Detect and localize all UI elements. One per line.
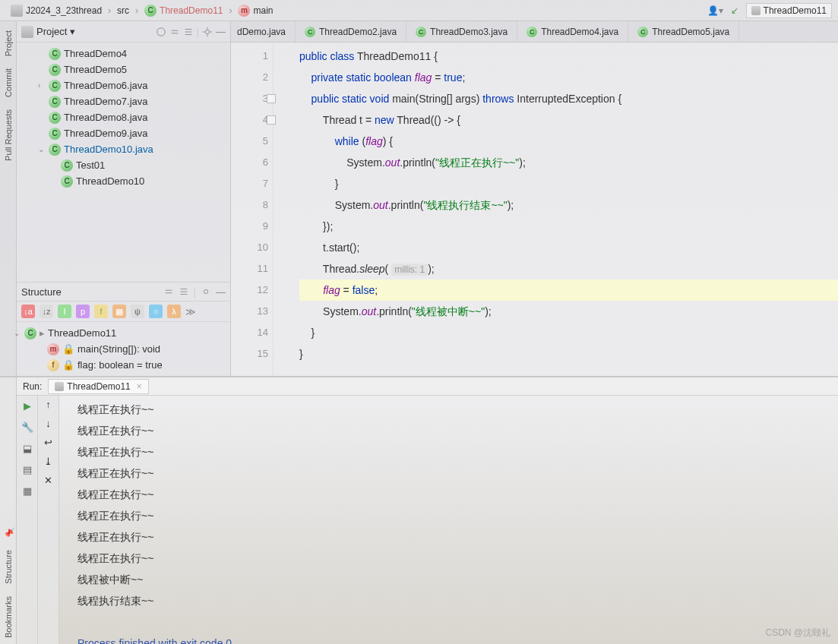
- run-toolbar-left: ▶ 🔧 ⬓ ▤ ▦: [17, 377, 38, 644]
- rerun-icon[interactable]: ▶: [21, 399, 34, 412]
- build-icon[interactable]: ↙: [731, 5, 738, 16]
- editor-code[interactable]: public class ThreadDemo11 { private stat…: [274, 43, 838, 376]
- gear-icon[interactable]: [202, 27, 213, 37]
- collapse-all-icon[interactable]: [183, 27, 194, 37]
- down-icon[interactable]: ↓: [46, 418, 51, 429]
- project-tab[interactable]: Project: [4, 30, 13, 56]
- editor-gutter[interactable]: 123456789101112131415: [231, 43, 274, 376]
- run-tab[interactable]: ThreadDemo11×: [48, 379, 148, 394]
- editor-tab[interactable]: CThreadDemo3.java: [406, 21, 517, 42]
- divider: |: [197, 26, 199, 37]
- editor-tab[interactable]: CThreadDemo4.java: [517, 21, 628, 42]
- user-icon[interactable]: 👤▾: [707, 5, 723, 16]
- tree-item[interactable]: CThreadDemo4: [17, 46, 230, 62]
- hide-icon[interactable]: —: [216, 26, 226, 37]
- tree-item[interactable]: CThreadDemo7.java: [17, 93, 230, 109]
- project-tree[interactable]: CThreadDemo4CThreadDemo5›CThreadDemo6.ja…: [17, 43, 230, 282]
- show-properties-icon[interactable]: p: [76, 305, 90, 318]
- tree-item[interactable]: CThreadDemo5: [17, 62, 230, 77]
- editor-tab[interactable]: CThreadDemo2.java: [296, 21, 406, 42]
- gear-icon[interactable]: [201, 286, 211, 297]
- commit-tab[interactable]: Commit: [4, 68, 13, 97]
- svg-point-1: [205, 30, 209, 33]
- editor-tab[interactable]: CThreadDemo5.java: [628, 21, 739, 42]
- clear-icon[interactable]: ✕: [44, 475, 52, 486]
- show-anon-icon[interactable]: ψ: [131, 305, 144, 318]
- crumb-project[interactable]: J2024_3_23thread: [6, 3, 106, 18]
- svg-point-2: [204, 289, 207, 293]
- run-label: Run:: [23, 381, 42, 392]
- autoscroll-icon[interactable]: λ: [167, 305, 181, 318]
- hide-icon[interactable]: —: [216, 286, 226, 298]
- show-inherited-icon[interactable]: ▦: [112, 305, 126, 318]
- structure-tree[interactable]: ⌄C▸ThreadDemo11 m🔒main(String[]): void f…: [17, 322, 230, 376]
- sort-icon[interactable]: ↓a: [21, 305, 35, 318]
- expand-icon[interactable]: [163, 286, 174, 297]
- divider: |: [194, 286, 196, 298]
- breadcrumb-bar: J2024_3_23thread src CThreadDemo11 mmain…: [0, 0, 838, 21]
- tree-item[interactable]: ⌄CThreadDemo10.java: [17, 141, 230, 157]
- left-toolwindow-tabs: Project Commit Pull Requests: [0, 21, 17, 376]
- pull-requests-tab[interactable]: Pull Requests: [4, 109, 13, 161]
- structure-root[interactable]: ⌄C▸ThreadDemo11: [17, 325, 230, 341]
- crumb-class[interactable]: CThreadDemo11: [140, 3, 227, 18]
- structure-member[interactable]: m🔒main(String[]): void: [17, 341, 230, 357]
- more-icon[interactable]: ≫: [185, 306, 196, 317]
- pin-icon[interactable]: 📌: [4, 528, 14, 538]
- structure-tab[interactable]: Structure: [4, 550, 13, 584]
- scroll-end-icon[interactable]: ⤓: [44, 456, 52, 467]
- filter-icon[interactable]: ↓z: [40, 305, 53, 318]
- bookmarks-tab[interactable]: Bookmarks: [4, 596, 13, 638]
- svg-point-0: [157, 27, 165, 36]
- watermark: CSDN @沈颐礼: [765, 627, 830, 639]
- tree-item[interactable]: CThreadDemo10: [17, 173, 230, 189]
- project-panel-header: Project ▾ | —: [17, 21, 230, 43]
- expand-all-icon[interactable]: [169, 27, 180, 37]
- tree-item[interactable]: CThreadDemo8.java: [17, 109, 230, 125]
- tree-item[interactable]: CTest01: [17, 157, 230, 173]
- editor-tab[interactable]: dDemo.java: [231, 21, 296, 42]
- soft-wrap-icon[interactable]: ↩: [44, 437, 52, 448]
- crumb-src[interactable]: src: [112, 4, 134, 17]
- up-icon[interactable]: ↑: [46, 399, 51, 410]
- wrench-icon[interactable]: 🔧: [21, 420, 34, 434]
- console-output[interactable]: 线程正在执行~~线程正在执行~~线程正在执行~~线程正在执行~~线程正在执行~~…: [59, 377, 838, 644]
- collapse-icon[interactable]: [179, 286, 189, 297]
- crumb-method[interactable]: mmain: [233, 3, 277, 18]
- structure-member[interactable]: f🔒flag: boolean = true: [17, 357, 230, 373]
- print-icon[interactable]: ▦: [21, 484, 34, 497]
- structure-toolbar: ↓a ↓z I p f ▦ ψ ○ λ ≫: [17, 301, 230, 322]
- show-fields-icon[interactable]: f: [94, 305, 108, 318]
- structure-panel-header: Structure | —: [17, 282, 230, 301]
- run-config-tab[interactable]: ThreadDemo11: [746, 3, 832, 18]
- show-interface-icon[interactable]: I: [58, 305, 71, 318]
- show-lambda-icon[interactable]: ○: [149, 305, 163, 318]
- run-toolbar-nav: ↑ ↓ ↩ ⤓ ✕: [38, 377, 59, 644]
- stop-icon[interactable]: ⬓: [21, 441, 34, 455]
- layout-icon[interactable]: ▤: [21, 462, 34, 476]
- tree-item[interactable]: ›CThreadDemo6.java: [17, 77, 230, 93]
- tree-item[interactable]: CThreadDemo9.java: [17, 125, 230, 141]
- select-opened-icon[interactable]: [156, 27, 166, 37]
- run-panel: Run: ThreadDemo11× ▶ 🔧 ⬓ ▤ ▦ ↑ ↓ ↩ ⤓ ✕ 线…: [0, 377, 838, 644]
- editor-tabs: dDemo.javaCThreadDemo2.javaCThreadDemo3.…: [231, 21, 838, 43]
